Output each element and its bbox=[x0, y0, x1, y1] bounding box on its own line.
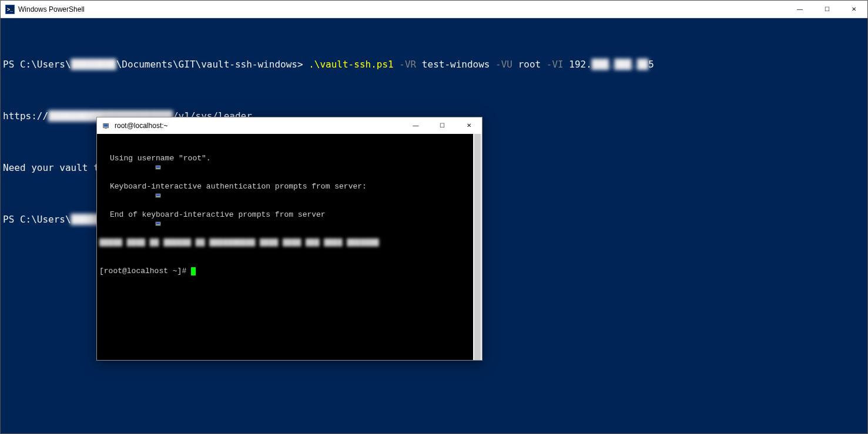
putty-minimize-button[interactable]: — bbox=[403, 117, 429, 134]
powershell-icon: >_ bbox=[5, 5, 15, 14]
putty-prompt: [root@localhost ~]# bbox=[99, 267, 191, 276]
ps-flag-vr: -VR bbox=[394, 59, 422, 70]
powershell-icon-glyph: >_ bbox=[7, 6, 13, 12]
cursor-icon bbox=[191, 267, 196, 275]
putty-line-icon bbox=[99, 211, 108, 219]
putty-line-icon bbox=[99, 154, 108, 163]
putty-line-2: Keyboard-interactive authentication prom… bbox=[99, 182, 480, 191]
putty-line-icon bbox=[99, 183, 108, 191]
ps-flag-vi: -VI bbox=[541, 59, 569, 70]
ps-val-vi-pre: 192. bbox=[569, 59, 592, 70]
svg-rect-2 bbox=[105, 128, 107, 129]
putty-titlebar[interactable]: root@localhost:~ — ☐ ✕ bbox=[97, 117, 482, 134]
minimize-button[interactable]: — bbox=[786, 1, 813, 18]
svg-rect-8 bbox=[156, 223, 160, 224]
putty-title: root@localhost:~ bbox=[115, 119, 168, 132]
powershell-window: >_ Windows PowerShell — ☐ ✕ PS C:\Users\… bbox=[0, 0, 868, 434]
ps-user-redacted: ████████ bbox=[71, 59, 116, 70]
putty-line-4: █████ ████ ██ ██████ ██ ██████████ ████ … bbox=[99, 238, 480, 248]
putty-line-4-redacted: █████ ████ ██ ██████ ██ ██████████ ████ … bbox=[99, 238, 379, 248]
powershell-terminal[interactable]: PS C:\Users\████████\Documents\GIT\vault… bbox=[1, 18, 867, 433]
putty-line-1-text: Using username "root". bbox=[110, 154, 211, 163]
putty-scrollbar[interactable] bbox=[473, 134, 482, 360]
putty-prompt-line: [root@localhost ~]# bbox=[99, 267, 480, 276]
ps-val-vu: root bbox=[518, 59, 541, 70]
ps-val-vr: test-windows bbox=[422, 59, 490, 70]
putty-line-1: Using username "root". bbox=[99, 154, 480, 163]
powershell-title: Windows PowerShell bbox=[18, 5, 85, 14]
ps-line-1: PS C:\Users\████████\Documents\GIT\vault… bbox=[3, 58, 865, 71]
putty-icon bbox=[102, 121, 111, 130]
putty-window: root@localhost:~ — ☐ ✕ Using username "r… bbox=[96, 117, 482, 361]
putty-maximize-button[interactable]: ☐ bbox=[429, 117, 455, 134]
putty-line-2-text: Keyboard-interactive authentication prom… bbox=[110, 182, 367, 191]
ps-cmd-script: .\vault-ssh.ps1 bbox=[309, 59, 394, 70]
svg-rect-4 bbox=[156, 166, 160, 168]
svg-rect-1 bbox=[104, 124, 108, 126]
ps-prompt-path: \Documents\GIT\vault-ssh-windows> bbox=[116, 59, 303, 70]
powershell-titlebar[interactable]: >_ Windows PowerShell — ☐ ✕ bbox=[1, 1, 867, 18]
putty-line-3-text: End of keyboard-interactive prompts from… bbox=[110, 210, 326, 220]
ps-flag-vu: -VU bbox=[490, 59, 518, 70]
ps-prompt-prefix: PS C:\Users\ bbox=[3, 59, 71, 70]
putty-close-button[interactable]: ✕ bbox=[455, 117, 482, 134]
maximize-button[interactable]: ☐ bbox=[813, 1, 840, 18]
ps-out2-pre: https:// bbox=[3, 110, 48, 122]
ps-val-vi-suf: 5 bbox=[648, 59, 654, 70]
close-button[interactable]: ✕ bbox=[840, 1, 867, 18]
ps-prompt2-pre: PS C:\Users\ bbox=[3, 214, 71, 225]
ps-val-vi-redacted: ███.███.██ bbox=[592, 59, 648, 70]
svg-rect-6 bbox=[156, 194, 160, 196]
putty-scrollbar-thumb[interactable] bbox=[474, 134, 481, 360]
putty-terminal[interactable]: Using username "root". Keyboard-interact… bbox=[97, 134, 482, 360]
putty-line-3: End of keyboard-interactive prompts from… bbox=[99, 210, 480, 220]
